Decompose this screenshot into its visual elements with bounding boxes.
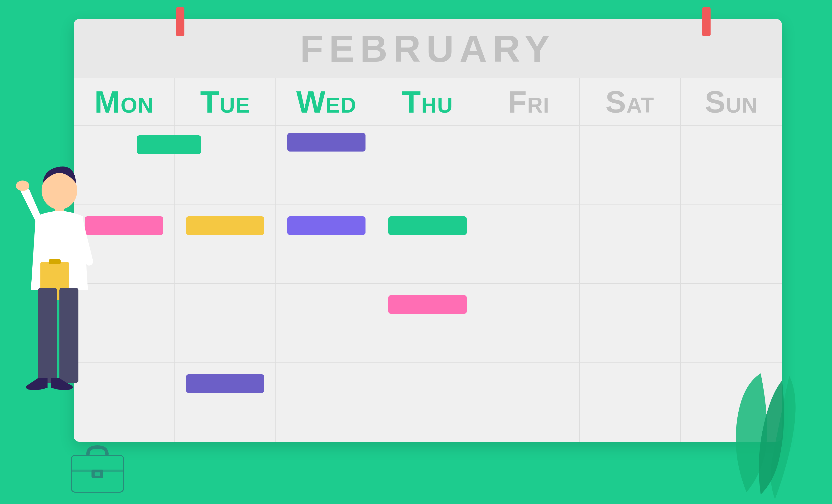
cell-wed-row3 bbox=[276, 284, 377, 363]
cell-thu-row1 bbox=[377, 126, 478, 205]
cell-sat-row2 bbox=[580, 205, 681, 284]
svg-point-2 bbox=[16, 181, 29, 191]
cell-wed-row2 bbox=[276, 205, 377, 284]
day-header-wed: WED bbox=[276, 78, 377, 125]
day-label-sat: SAT bbox=[605, 84, 654, 120]
cell-thu-row4 bbox=[377, 363, 478, 442]
day-header-sun: SUN bbox=[681, 78, 782, 125]
calendar: FEBRUARY MON TUE WED THU FRI bbox=[74, 19, 782, 442]
pin-left bbox=[176, 7, 184, 36]
svg-rect-10 bbox=[95, 472, 100, 476]
day-label-tue: TUE bbox=[200, 84, 250, 120]
day-label-thu: THU bbox=[402, 84, 453, 120]
cell-sun-row2 bbox=[681, 205, 782, 284]
event-wed-row2 bbox=[287, 216, 366, 235]
calendar-grid bbox=[74, 126, 782, 442]
leaf-decoration bbox=[699, 338, 832, 499]
person-illustration bbox=[7, 160, 112, 480]
day-header-mon: MON bbox=[74, 78, 175, 125]
svg-rect-5 bbox=[38, 288, 57, 383]
event-tue-row2 bbox=[186, 216, 264, 235]
cell-sun-row1 bbox=[681, 126, 782, 205]
cell-tue-row4 bbox=[175, 363, 276, 442]
day-headers-row: MON TUE WED THU FRI SAT bbox=[74, 78, 782, 126]
day-label-sun: SUN bbox=[705, 84, 758, 120]
cell-sat-row1 bbox=[580, 126, 681, 205]
cell-fri-row2 bbox=[478, 205, 580, 284]
day-label-mon: MON bbox=[94, 84, 154, 120]
svg-rect-11 bbox=[71, 470, 124, 472]
cell-tue-row2 bbox=[175, 205, 276, 284]
cell-wed-row1 bbox=[276, 126, 377, 205]
day-label-wed: WED bbox=[296, 84, 357, 120]
day-header-fri: FRI bbox=[478, 78, 580, 125]
cell-tue-row3 bbox=[175, 284, 276, 363]
cell-thu-row2 bbox=[377, 205, 478, 284]
placing-bar bbox=[137, 135, 201, 154]
svg-rect-4 bbox=[49, 259, 60, 264]
month-label: FEBRUARY bbox=[300, 27, 555, 71]
day-header-sat: SAT bbox=[580, 78, 681, 125]
event-tue-row4 bbox=[186, 374, 264, 393]
cell-wed-row4 bbox=[276, 363, 377, 442]
svg-rect-6 bbox=[59, 288, 78, 383]
event-thu-row3 bbox=[388, 295, 467, 314]
event-wed-row1 bbox=[287, 133, 366, 152]
day-label-fri: FRI bbox=[508, 84, 549, 120]
day-header-thu: THU bbox=[377, 78, 478, 125]
pin-right bbox=[702, 7, 710, 36]
day-header-tue: TUE bbox=[175, 78, 276, 125]
briefcase-illustration bbox=[69, 442, 126, 495]
cell-fri-row4 bbox=[478, 363, 580, 442]
cell-fri-row1 bbox=[478, 126, 580, 205]
cell-thu-row3 bbox=[377, 284, 478, 363]
event-thu-row2 bbox=[388, 216, 467, 235]
cell-sat-row3 bbox=[580, 284, 681, 363]
cell-sat-row4 bbox=[580, 363, 681, 442]
cell-fri-row3 bbox=[478, 284, 580, 363]
